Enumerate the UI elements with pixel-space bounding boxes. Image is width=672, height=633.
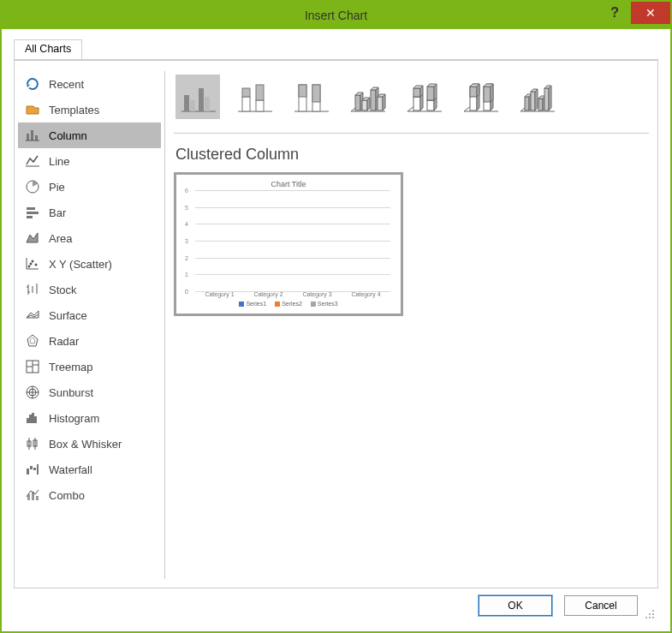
category-treemap[interactable]: Treemap: [18, 354, 161, 379]
category-pie[interactable]: Pie: [18, 174, 161, 200]
chart-preview[interactable]: Chart Title 0123456 Category 1Category 2…: [174, 172, 403, 316]
category-label: Histogram: [49, 412, 99, 425]
svg-point-121: [652, 617, 654, 618]
3d-stacked-column-icon: [405, 80, 443, 114]
window-title: Insert Chart: [2, 9, 670, 22]
line-icon: [25, 153, 40, 169]
category-label: Stock: [49, 284, 77, 296]
svg-rect-41: [37, 464, 39, 475]
category-histogram[interactable]: Histogram: [18, 405, 161, 431]
category-line[interactable]: Line: [18, 148, 161, 174]
category-stock[interactable]: Stock: [18, 277, 161, 302]
svg-rect-65: [362, 100, 367, 110]
svg-rect-6: [27, 207, 35, 210]
category-label: Pie: [49, 181, 65, 194]
category-bar[interactable]: Bar: [18, 200, 161, 225]
svg-marker-81: [420, 86, 423, 97]
svg-rect-48: [199, 88, 204, 111]
category-radar[interactable]: Radar: [18, 328, 161, 354]
svg-point-10: [32, 260, 34, 263]
svg-rect-52: [242, 88, 250, 97]
resize-grip-icon[interactable]: [645, 609, 655, 619]
100-stacked-column-icon: [292, 80, 330, 114]
category-label: Templates: [49, 104, 99, 116]
category-boxwhisker[interactable]: Box & Whisker: [18, 431, 161, 457]
cancel-button[interactable]: Cancel: [564, 595, 638, 616]
subtype-3d-stacked-column[interactable]: [401, 75, 446, 119]
dialog-body: All Charts RecentTemplatesColumnLinePieB…: [2, 29, 670, 631]
svg-rect-113: [544, 88, 549, 110]
subtype-3d-clustered-column[interactable]: [345, 75, 390, 119]
subtype-3d-100-stacked-column[interactable]: [458, 75, 503, 119]
column-icon: [25, 128, 40, 143]
legend-swatch-icon: [275, 302, 280, 307]
tab-all-charts[interactable]: All Charts: [14, 39, 82, 59]
sunburst-icon: [25, 385, 40, 400]
category-recent[interactable]: Recent: [18, 71, 161, 97]
combo-icon: [25, 487, 40, 503]
ok-button[interactable]: OK: [479, 595, 552, 616]
category-surface[interactable]: Surface: [18, 302, 161, 328]
dialog-footer: OK Cancel: [14, 588, 658, 623]
svg-marker-67: [367, 98, 370, 110]
category-label: Bar: [49, 206, 66, 219]
svg-rect-54: [256, 85, 264, 100]
preview-category-label: Category 2: [253, 291, 282, 297]
svg-rect-32: [32, 413, 34, 423]
3d-column-icon: [518, 80, 556, 114]
category-label: Radar: [49, 335, 79, 348]
svg-rect-33: [34, 416, 37, 423]
preview-category-label: Category 4: [351, 291, 380, 297]
svg-point-12: [30, 263, 33, 266]
svg-marker-101: [491, 84, 493, 102]
preview-category-label: Category 3: [302, 291, 331, 297]
category-label: Waterfall: [49, 463, 92, 476]
category-label: Treemap: [49, 361, 93, 373]
svg-rect-1: [31, 130, 33, 140]
boxwhisker-icon: [25, 436, 40, 451]
subtype-stacked-column[interactable]: [232, 75, 277, 119]
svg-point-120: [649, 617, 651, 618]
svg-rect-44: [36, 496, 39, 500]
templates-icon: [25, 102, 40, 117]
category-area[interactable]: Area: [18, 225, 161, 251]
legend-text: Series2: [282, 301, 302, 307]
category-scatter[interactable]: X Y (Scatter): [18, 251, 161, 277]
svg-rect-30: [27, 418, 29, 423]
category-label: Column: [49, 129, 87, 142]
svg-rect-79: [413, 88, 420, 97]
svg-marker-73: [383, 94, 385, 110]
chart-category-sidebar: RecentTemplatesColumnLinePieBarAreaX Y (…: [18, 71, 165, 579]
svg-point-9: [28, 266, 31, 268]
category-sunburst[interactable]: Sunburst: [18, 379, 161, 405]
preview-legend-item: Series2: [275, 301, 302, 307]
svg-rect-57: [299, 85, 306, 97]
svg-rect-99: [484, 87, 491, 102]
preview-legend-item: Series1: [239, 301, 266, 307]
close-icon: ✕: [645, 6, 656, 20]
category-waterfall[interactable]: Waterfall: [18, 457, 161, 482]
close-button[interactable]: ✕: [631, 2, 670, 24]
help-button[interactable]: ?: [610, 5, 619, 21]
svg-marker-87: [434, 84, 437, 100]
3d-clustered-column-icon: [348, 80, 386, 114]
titlebar: Insert Chart ? ✕: [2, 2, 670, 29]
svg-rect-51: [242, 97, 250, 111]
svg-point-119: [645, 617, 647, 618]
stacked-column-icon: [235, 80, 273, 114]
category-templates[interactable]: Templates: [18, 97, 161, 122]
subtype-100-stacked-column[interactable]: [288, 75, 333, 119]
svg-rect-47: [190, 100, 195, 111]
legend-swatch-icon: [239, 302, 244, 307]
category-column[interactable]: Column: [18, 122, 161, 148]
chart-subtype-heading: Clustered Column: [175, 146, 649, 164]
svg-marker-109: [535, 89, 538, 110]
category-combo[interactable]: Combo: [18, 482, 161, 508]
subtype-clustered-column[interactable]: [175, 75, 220, 119]
svg-marker-20: [27, 335, 38, 346]
svg-rect-46: [184, 95, 189, 111]
category-label: Combo: [49, 489, 85, 502]
subtype-3d-column[interactable]: [514, 75, 559, 119]
insert-chart-dialog: Insert Chart ? ✕ All Charts RecentTempla…: [0, 0, 672, 633]
svg-rect-39: [30, 466, 33, 469]
